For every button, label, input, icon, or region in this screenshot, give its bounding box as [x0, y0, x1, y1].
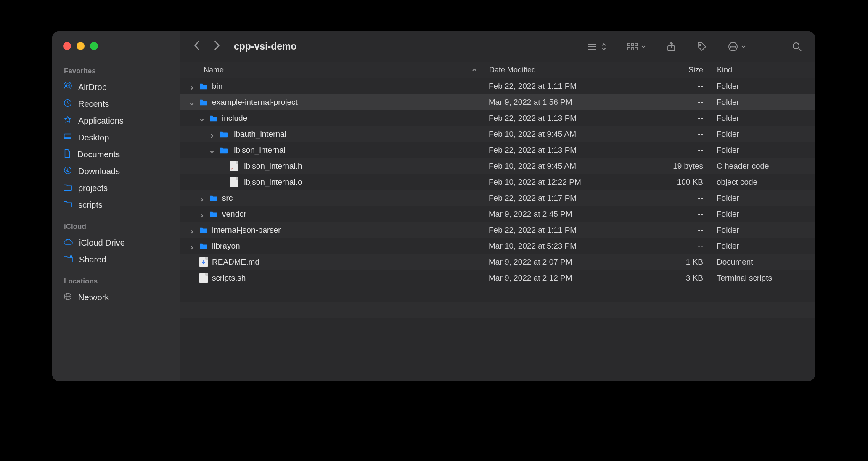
- row-kind: Folder: [711, 114, 815, 123]
- row-size: --: [631, 130, 711, 139]
- sidebar-item-shared[interactable]: Shared: [52, 251, 180, 268]
- group-button[interactable]: [627, 42, 646, 51]
- disclosure-open-icon[interactable]: [209, 147, 215, 153]
- folder-icon: [209, 193, 219, 203]
- zoom-window-button[interactable]: [90, 42, 98, 50]
- sidebar-item-scripts[interactable]: scripts: [52, 196, 180, 213]
- row-size: 19 bytes: [631, 162, 711, 171]
- file-row[interactable]: scripts.shMar 9, 2022 at 2:12 PM3 KBTerm…: [180, 270, 815, 286]
- svg-point-25: [735, 46, 736, 47]
- row-kind: Folder: [711, 193, 815, 203]
- row-date: Feb 22, 2022 at 1:11 PM: [483, 225, 631, 235]
- column-header-name[interactable]: Name: [180, 66, 483, 74]
- column-header-size-label: Size: [688, 66, 703, 74]
- row-size: 1 KB: [631, 257, 711, 267]
- disclosure-none: [189, 275, 195, 281]
- svg-rect-13: [627, 43, 630, 46]
- sidebar: FavoritesAirDropRecentsApplicationsDeskt…: [52, 31, 180, 381]
- row-name: librayon: [212, 241, 240, 251]
- folder-row[interactable]: includeFeb 22, 2022 at 1:13 PM--Folder: [180, 110, 815, 126]
- folder-row[interactable]: internal-json-parserFeb 22, 2022 at 1:11…: [180, 222, 815, 238]
- search-button[interactable]: [791, 41, 802, 52]
- svg-rect-16: [627, 48, 630, 50]
- forward-button[interactable]: [213, 40, 220, 53]
- row-date: Feb 10, 2022 at 9:45 AM: [483, 130, 631, 139]
- folder-icon: [198, 81, 209, 91]
- row-name: libjson_internal.o: [242, 178, 302, 187]
- sidebar-item-downloads[interactable]: Downloads: [52, 163, 180, 180]
- row-date: Mar 9, 2022 at 2:07 PM: [483, 257, 631, 267]
- minimize-window-button[interactable]: [77, 42, 85, 50]
- folder-row[interactable]: libauth_internalFeb 10, 2022 at 9:45 AM-…: [180, 126, 815, 142]
- action-button[interactable]: [728, 41, 746, 52]
- disclosure-open-icon[interactable]: [189, 99, 195, 105]
- close-window-button[interactable]: [63, 42, 71, 50]
- row-date: Mar 9, 2022 at 1:56 PM: [483, 98, 631, 107]
- column-header-date[interactable]: Date Modified: [483, 66, 631, 74]
- folder-icon: [63, 200, 72, 210]
- disclosure-none: [220, 179, 225, 185]
- sidebar-item-label: Desktop: [78, 133, 109, 143]
- column-header-size[interactable]: Size: [631, 66, 711, 74]
- sidebar-item-projects[interactable]: projects: [52, 180, 180, 196]
- row-kind: Folder: [711, 130, 815, 139]
- sidebar-item-label: projects: [78, 183, 108, 193]
- row-size: 3 KB: [631, 273, 711, 283]
- svg-point-22: [729, 42, 737, 51]
- folder-icon: [209, 209, 219, 219]
- row-name: libauth_internal: [232, 130, 286, 139]
- object-file-icon: [229, 177, 239, 187]
- svg-point-26: [793, 43, 799, 49]
- disclosure-closed-icon[interactable]: [199, 211, 205, 217]
- sidebar-item-label: Documents: [77, 150, 120, 159]
- sidebar-item-airdrop[interactable]: AirDrop: [52, 79, 180, 95]
- row-name: README.md: [212, 257, 259, 267]
- disclosure-closed-icon[interactable]: [199, 195, 205, 201]
- file-row[interactable]: .hlibjson_internal.hFeb 10, 2022 at 9:45…: [180, 158, 815, 174]
- folder-row[interactable]: binFeb 22, 2022 at 1:11 PM--Folder: [180, 78, 815, 94]
- folder-icon: [63, 183, 72, 193]
- row-size: 100 KB: [631, 178, 711, 187]
- folder-row[interactable]: vendorMar 9, 2022 at 2:45 PM--Folder: [180, 206, 815, 222]
- folder-row[interactable]: libjson_internalFeb 22, 2022 at 1:13 PM-…: [180, 142, 815, 158]
- row-kind: Folder: [711, 82, 815, 91]
- svg-point-6: [70, 255, 72, 258]
- disclosure-closed-icon[interactable]: [189, 227, 195, 233]
- sidebar-item-label: Downloads: [78, 167, 120, 176]
- traffic-lights: [52, 40, 180, 60]
- disclosure-closed-icon[interactable]: [189, 243, 195, 249]
- row-name: include: [222, 114, 247, 123]
- content-pane: cpp-vsi-demo: [180, 31, 815, 381]
- sidebar-item-applications[interactable]: Applications: [52, 112, 180, 129]
- sidebar-item-label: Applications: [78, 116, 124, 126]
- row-kind: Terminal scripts: [711, 273, 815, 283]
- sidebar-item-documents[interactable]: Documents: [52, 146, 180, 163]
- disclosure-closed-icon[interactable]: [189, 83, 195, 89]
- sidebar-item-label: Network: [78, 293, 109, 302]
- disclosure-closed-icon[interactable]: [209, 131, 215, 137]
- file-row[interactable]: README.mdMar 9, 2022 at 2:07 PM1 KBDocum…: [180, 254, 815, 270]
- row-kind: object code: [711, 178, 815, 187]
- sidebar-item-label: scripts: [78, 200, 103, 210]
- toolbar: cpp-vsi-demo: [180, 31, 815, 62]
- column-header-kind[interactable]: Kind: [711, 66, 815, 74]
- share-button[interactable]: [666, 41, 676, 52]
- applications-icon: [63, 115, 72, 127]
- svg-rect-14: [631, 43, 634, 46]
- folder-row[interactable]: librayonMar 10, 2022 at 5:23 PM--Folder: [180, 238, 815, 254]
- sidebar-item-desktop[interactable]: Desktop: [52, 129, 180, 146]
- disclosure-open-icon[interactable]: [199, 115, 205, 121]
- folder-row[interactable]: srcFeb 22, 2022 at 1:17 PM--Folder: [180, 190, 815, 206]
- back-button[interactable]: [193, 40, 201, 53]
- sidebar-item-icloud-drive[interactable]: iCloud Drive: [52, 234, 180, 251]
- folder-icon: [219, 145, 229, 155]
- sidebar-item-label: iCloud Drive: [79, 238, 125, 248]
- sidebar-item-recents[interactable]: Recents: [52, 95, 180, 112]
- svg-line-27: [799, 48, 801, 51]
- view-list-button[interactable]: [587, 42, 606, 51]
- row-size: --: [631, 241, 711, 251]
- file-row[interactable]: libjson_internal.oFeb 10, 2022 at 12:22 …: [180, 174, 815, 190]
- sidebar-item-network[interactable]: Network: [52, 289, 180, 306]
- tags-button[interactable]: [696, 41, 707, 52]
- folder-row[interactable]: example-internal-projectMar 9, 2022 at 1…: [180, 94, 815, 110]
